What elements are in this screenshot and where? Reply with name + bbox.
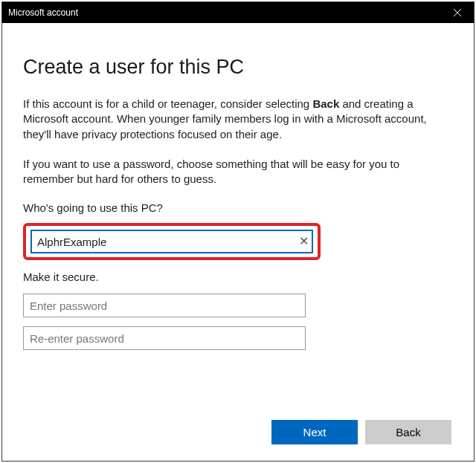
window-title: Microsoft account [8, 7, 78, 18]
password-input[interactable] [23, 294, 306, 317]
clear-input-icon[interactable]: ✕ [299, 236, 309, 247]
back-button[interactable]: Back [365, 420, 451, 444]
page-heading: Create a user for this PC [23, 56, 453, 79]
password-section-label: Make it secure. [23, 271, 453, 283]
confirm-password-input[interactable] [23, 326, 306, 350]
dialog-content: Create a user for this PC If this accoun… [2, 23, 474, 461]
intro-paragraph-2: If you want to use a password, choose so… [23, 157, 453, 187]
dialog-window: Microsoft account Create a user for this… [1, 1, 475, 462]
intro-paragraph-1: If this account is for a child or teenag… [23, 97, 453, 142]
intro-1-bold: Back [312, 97, 339, 110]
titlebar: Microsoft account [2, 2, 474, 23]
button-row: Next Back [271, 420, 451, 444]
username-label: Who's going to use this PC? [23, 201, 453, 214]
highlight-annotation: ✕ [23, 223, 321, 260]
close-button[interactable] [440, 2, 474, 23]
username-field-row: ✕ [30, 230, 313, 253]
intro-1-pre: If this account is for a child or teenag… [23, 97, 312, 110]
close-icon [454, 9, 461, 16]
username-input[interactable] [30, 230, 313, 253]
next-button[interactable]: Next [271, 420, 358, 444]
